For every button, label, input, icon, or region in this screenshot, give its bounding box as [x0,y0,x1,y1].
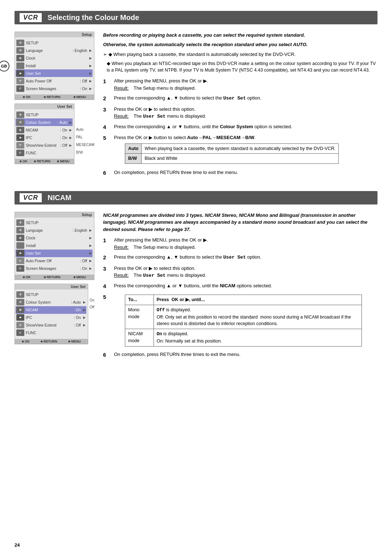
menu-row-highlighted: ▶ User Set ▶ [16,69,93,77]
section2-menu1: Setup ⚙ SETUP ⚙ Language : English ▶ ▶ C [15,212,94,280]
prog-icon: P [16,322,24,328]
section2-intro: NICAM programmes are divided into 3 type… [103,212,377,233]
menu-row: F FUNC [16,149,73,157]
section2-menu2-container: User Set ⚙ SETUP ⚙ Colour System : Auto … [15,284,94,348]
vcr-icon: ▶ [16,314,24,321]
step1: 1 After pressing the MENU, press the OK … [103,77,377,92]
to-press-table: To... Press OK or ▶, until... Mono mode … [125,295,362,347]
prog-icon: P [16,142,24,149]
menu2-footer: ■ OK ■ RETURN ■ MENU [15,159,74,164]
menu-row: ⚙ Language : English ▶ [16,227,93,234]
s2-menu1-footer: ■ OK ■ RETURN ■ MENU [15,275,94,280]
section2-header: VCR NICAM [15,191,377,204]
vcr-icon: ▶ [16,134,24,141]
section2-menu2: User Set ⚙ SETUP ⚙ Colour System : Auto … [15,284,88,344]
nicam-intro-text: NICAM programmes are divided into 3 type… [103,212,377,233]
s2-menu2-footer: ■ OK ■ RETURN ■ MENU [15,339,88,344]
setup-icon: ⚙ [16,227,24,234]
vcr-icon: ▶ [16,250,24,256]
section1-title: Selecting the Colour Mode [48,13,139,22]
section1-menu1: Setup ⚙ SETUP ⚙ Language : English ▶ ▶ C [15,32,94,100]
menu-row-highlighted: ⚙ Colour System : Auto ▶ [16,118,73,126]
setup-icon: ⚙ [16,119,24,126]
vcr-badge-2: VCR [20,193,42,202]
col-to: To... [125,295,154,305]
table-header-row: To... Press OK or ▶, until... [125,295,362,305]
step4: 4 Press the corresponding ▲ or ▼ buttons… [103,123,377,131]
menu-row: P ShowView Extend : Off ▶ [16,141,73,149]
section2: VCR NICAM Setup ⚙ SETUP ⚙ Language : Eng… [15,191,377,363]
menu2-side-labels: Auto PAL MESECAM B/W [76,104,94,168]
menu-row: ⚙ SETUP [16,291,86,299]
section2-left: Setup ⚙ SETUP ⚙ Language : English ▶ ▶ C [15,212,94,363]
option-table: Auto When playing back a cassette, the s… [125,143,339,164]
menu-row: Install ▶ [16,242,93,250]
menu-row: P Auto Power Off : Off ▶ [16,257,93,265]
menu1-title: Setup [15,32,94,37]
intro-prompt: ➢ ◆ When playing back a cassette, the st… [103,51,377,58]
menu-row: ▶ IPC : On ▶ [16,314,86,321]
setup-icon: ⚙ [16,112,24,118]
s2-menu2-title: User Set [15,284,88,289]
mono-mode-value: Off is displayed.Off: Only set at this p… [154,305,362,329]
menu-row: ▶ NICAM : On ▶ [16,126,73,134]
inst-icon [16,242,24,249]
menu-row: P Auto Power Off : Off ▶ [16,77,93,85]
step6: 6 On completion, press RETURN three time… [103,169,377,177]
setup-icon: ⚙ [16,40,24,46]
setup-icon: ⚙ [16,47,24,54]
func-icon: F [16,265,24,272]
s2-step3: 3 Press the OK or ▶ to select this optio… [103,265,377,279]
section1-intro: Before recording or playing back a casse… [103,32,377,74]
step2: 2 Press the corresponding ▲, ▼ buttons t… [103,94,377,103]
nicam-mode-value: On is displayed.On: Normally set at this… [154,329,362,347]
menu-row: F Screen Messages : On ▶ [16,85,93,92]
menu-row-highlighted: ▶ User Set ▶ [16,250,93,257]
dvd-icon: ▶ [16,55,24,61]
func-icon: F [16,329,24,336]
intro-bullet2: ◆ When you playback an NTSC-recorded tap… [107,60,377,74]
col-press: Press OK or ▶, until... [154,295,362,305]
gb-badge: GB [0,61,9,72]
s2-step1: 1 After pressing the MENU, press the OK … [103,236,377,251]
inst-icon [16,62,24,69]
s2-step5: 5 To... Press OK or ▶, until... [103,293,377,348]
dvd-icon: ▶ [16,127,24,133]
section1: VCR Selecting the Colour Mode GB Setup ⚙… [15,11,377,181]
s2-step6: 6 On completion, press RETURN three time… [103,351,377,359]
section1-left: GB Setup ⚙ SETUP ⚙ Language : English ▶ [15,32,94,181]
menu-row: ▶ Clock ▶ [16,54,93,62]
menu-row: ⚙ SETUP [16,219,93,227]
dvd-icon: ▶ [16,307,24,313]
table-row: Auto When playing back a cassette, the s… [125,143,339,154]
prog-icon: P [16,258,24,264]
prog-icon: P [16,78,24,84]
step3: 3 Press the OK or ▶ to select this optio… [103,106,377,120]
table-row: Mono mode Off is displayed.Off: Only set… [125,305,362,329]
menu-row: ⚙ Colour System : Auto ▶ [16,299,86,306]
table-row: NICAM mode On is displayed.On: Normally … [125,329,362,347]
section2-steps: 1 After pressing the MENU, press the OK … [103,236,377,359]
section1-menu2-container: User Set ⚙ SETUP ⚙ Colour System : Auto … [15,104,94,168]
step5: 5 Press the OK or ▶ button to select Aut… [103,134,377,166]
section2-right: NICAM programmes are divided into 3 type… [103,212,377,363]
menu-row-highlighted: ▶ NICAM : On ▶ [16,306,86,314]
mono-mode-label: Mono mode [125,305,154,329]
menu-row: ⚙ SETUP [16,111,73,118]
section1-menu2: User Set ⚙ SETUP ⚙ Colour System : Auto … [15,104,74,164]
menu-row: P ShowView Extend : Off ▶ [16,321,86,329]
menu-row: ▶ Clock ▶ [16,234,93,242]
section1-header: VCR Selecting the Colour Mode [15,11,377,24]
section1-steps: 1 After pressing the MENU, press the OK … [103,77,377,177]
menu2-onoff-labels: On Off [90,284,94,348]
menu-row: ▶ IPC : On ▶ [16,134,73,141]
menu1-footer: ■ OK ■ RETURN ■ MENU [15,94,94,100]
vcr-icon: ▶ [16,70,24,77]
intro-para1: Before recording or playing back a casse… [103,32,377,39]
s2-menu1-title: Setup [15,212,94,218]
menu-row: ⚙ SETUP [16,39,93,46]
func-icon: F [16,150,24,156]
section1-right: Before recording or playing back a casse… [103,32,377,181]
setup-icon: ⚙ [16,219,24,226]
intro-para2: Otherwise, the system automatically sele… [103,41,377,48]
